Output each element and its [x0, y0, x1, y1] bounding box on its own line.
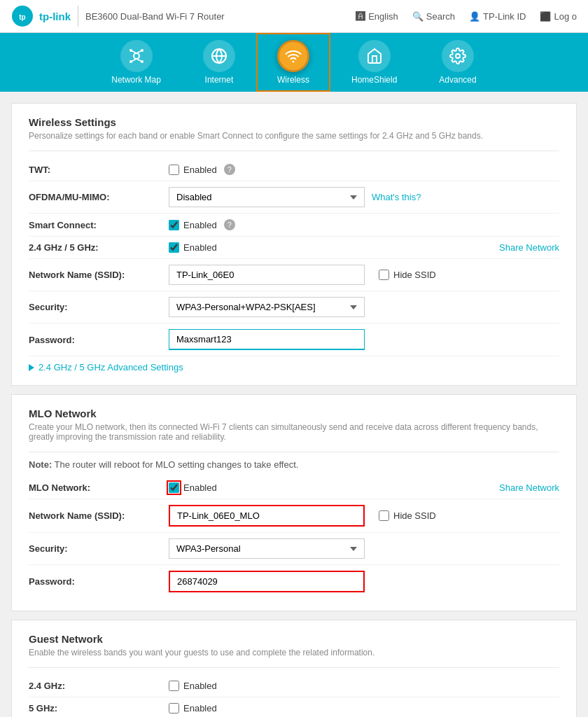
search-icon: 🔍 [412, 11, 424, 22]
mlo-share-network-link[interactable]: Share Network [499, 482, 559, 493]
svg-line-10 [136, 59, 142, 62]
share-network-link[interactable]: Share Network [499, 242, 559, 253]
hide-ssid-container: Hide SSID [379, 270, 436, 280]
svg-text:tp: tp [19, 13, 25, 21]
language-label: English [368, 11, 398, 22]
smart-connect-checkbox-container: Enabled [169, 220, 217, 230]
mlo-checkbox-container: Enabled [169, 482, 217, 493]
model-name: BE3600 Dual-Band Wi-Fi 7 Router [85, 11, 225, 22]
mlo-desc: Create your MLO network, then its connec… [29, 422, 559, 442]
smart-connect-enabled-label: Enabled [183, 220, 217, 230]
search-label: Search [426, 11, 455, 22]
guest-24-checkbox[interactable] [169, 681, 179, 691]
advanced-settings-label: 2.4 GHz / 5 GHz Advanced Settings [38, 362, 183, 373]
nav-wireless-label: Wireless [277, 75, 309, 85]
brand-name: tp-link [39, 11, 71, 22]
security-row: Security: WPA3-Personal+WPA2-PSK[AES] [29, 291, 559, 323]
ssid-label: Network Name (SSID): [29, 270, 169, 280]
hide-ssid-checkbox[interactable] [379, 270, 389, 280]
ofdma-whatsthis-link[interactable]: What's this? [372, 192, 421, 202]
mlo-checkbox[interactable] [169, 482, 179, 493]
guest-24-checkbox-container: Enabled [169, 681, 217, 691]
svg-point-13 [292, 61, 294, 63]
guest-5-row: 5 GHz: Enabled [29, 697, 559, 717]
mlo-security-select[interactable]: WPA3-Personal [169, 538, 365, 559]
ofdma-select[interactable]: Disabled [169, 187, 365, 207]
security-select[interactable]: WPA3-Personal+WPA2-PSK[AES] [169, 297, 365, 317]
top-header: tp tp-link BE3600 Dual-Band Wi-Fi 7 Rout… [0, 0, 588, 33]
ssid-control: Hide SSID [169, 265, 559, 285]
tp-link-id-button[interactable]: 👤 TP-Link ID [469, 11, 526, 22]
wireless-settings-desc: Personalize settings for each band or en… [29, 131, 559, 141]
mlo-enable-row: MLO Network: Enabled Share Network [29, 477, 559, 499]
nav-advanced[interactable]: Advanced [418, 33, 497, 92]
mlo-note: Note: The router will reboot for MLO set… [29, 459, 559, 470]
logout-label: Log o [554, 11, 577, 22]
password-control [169, 329, 559, 350]
smart-connect-help-icon[interactable]: ? [224, 219, 235, 230]
ssid-row: Network Name (SSID): Hide SSID [29, 259, 559, 291]
mlo-hide-ssid-label: Hide SSID [393, 510, 436, 521]
network-map-icon [120, 40, 153, 72]
mlo-network-section: MLO Network Create your MLO network, the… [11, 394, 577, 611]
logout-button[interactable]: ⬛ Log o [540, 11, 577, 22]
top-right-nav: 🅰 English 🔍 Search 👤 TP-Link ID ⬛ Log o [356, 11, 577, 22]
mlo-password-control [169, 571, 559, 592]
nav-internet[interactable]: Internet [182, 33, 256, 92]
logo-area: tp tp-link [11, 5, 71, 27]
nav-homeshield[interactable]: HomeShield [330, 33, 418, 92]
twt-help-icon[interactable]: ? [224, 164, 235, 175]
band-checkbox[interactable] [169, 242, 179, 253]
mlo-hide-ssid-checkbox[interactable] [379, 510, 389, 521]
twt-row: TWT: Enabled ? [29, 158, 559, 181]
guest-5-checkbox-container: Enabled [169, 703, 217, 713]
password-input[interactable] [169, 329, 365, 350]
ssid-input[interactable] [169, 265, 365, 285]
mlo-password-input[interactable] [169, 571, 365, 592]
guest-24-label: 2.4 GHz: [29, 681, 169, 691]
search-button[interactable]: 🔍 Search [412, 11, 455, 22]
guest-network-title: Guest Network [29, 633, 559, 645]
guest-5-checkbox[interactable] [169, 703, 179, 713]
mlo-ssid-input[interactable] [169, 505, 365, 527]
band-label: 2.4 GHz / 5 GHz: [29, 242, 169, 253]
guest-network-desc: Enable the wireless bands you want your … [29, 648, 559, 657]
smart-connect-label: Smart Connect: [29, 220, 169, 230]
smart-connect-checkbox[interactable] [169, 220, 179, 230]
mlo-password-label: Password: [29, 576, 169, 587]
ofdma-row: OFDMA/MU-MIMO: Disabled What's this? [29, 181, 559, 214]
twt-label: TWT: [29, 165, 169, 175]
nav-wireless[interactable]: Wireless [256, 33, 330, 92]
svg-point-14 [456, 54, 460, 58]
language-selector[interactable]: 🅰 English [356, 11, 398, 22]
guest-24-enabled-label: Enabled [183, 681, 217, 691]
guest-24-control: Enabled [169, 681, 559, 691]
wireless-settings-section: Wireless Settings Personalize settings f… [11, 103, 577, 386]
mlo-security-control: WPA3-Personal [169, 538, 559, 559]
advanced-settings-link[interactable]: 2.4 GHz / 5 GHz Advanced Settings [29, 362, 559, 373]
mlo-ssid-row: Network Name (SSID): Hide SSID [29, 499, 559, 533]
logout-icon: ⬛ [540, 11, 551, 22]
password-label: Password: [29, 335, 169, 345]
main-content: Wireless Settings Personalize settings f… [0, 92, 588, 717]
mlo-enabled-label: Enabled [183, 482, 217, 493]
ofdma-label: OFDMA/MU-MIMO: [29, 192, 169, 202]
svg-line-8 [136, 50, 142, 53]
twt-enabled-label: Enabled [183, 165, 217, 175]
nav-bar: Network Map Internet Wireless HomeShield… [0, 33, 588, 92]
guest-5-label: 5 GHz: [29, 703, 169, 713]
homeshield-icon [358, 40, 391, 72]
security-control: WPA3-Personal+WPA2-PSK[AES] [169, 297, 559, 317]
guest-network-section: Guest Network Enable the wireless bands … [11, 620, 577, 717]
smart-connect-row: Smart Connect: Enabled ? [29, 214, 559, 237]
mlo-ssid-label: Network Name (SSID): [29, 510, 169, 521]
mlo-hide-ssid-container: Hide SSID [379, 510, 436, 521]
mlo-ssid-control: Hide SSID [169, 505, 559, 527]
svg-line-9 [131, 59, 136, 62]
nav-network-map[interactable]: Network Map [90, 33, 182, 92]
guest-5-enabled-label: Enabled [183, 703, 217, 713]
mlo-security-label: Security: [29, 543, 169, 554]
twt-checkbox[interactable] [169, 165, 179, 175]
band-enabled-label: Enabled [183, 242, 217, 253]
nav-homeshield-label: HomeShield [351, 75, 397, 85]
